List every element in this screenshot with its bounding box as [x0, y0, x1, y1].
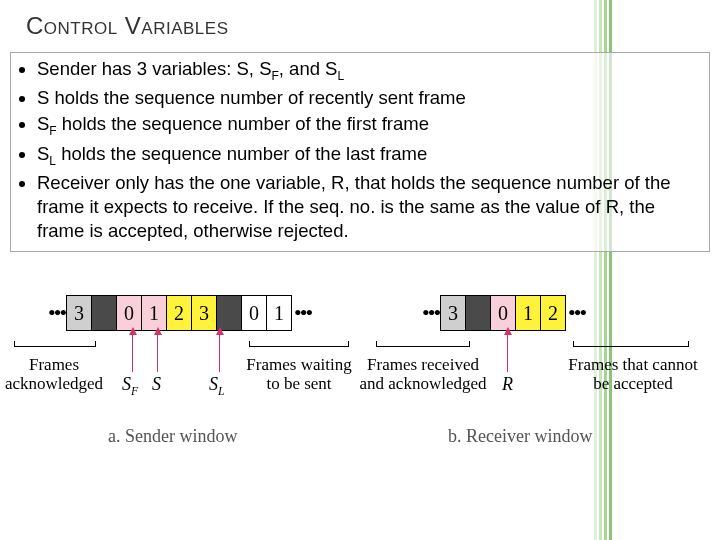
seq-cell: 0: [490, 295, 516, 331]
bracket-frames-wait: [249, 346, 349, 353]
seq-cell: 1: [266, 295, 292, 331]
label-sf: SF: [122, 374, 138, 398]
bullet-item: S holds the sequence number of recently …: [37, 86, 701, 110]
caption-sender: a. Sender window: [108, 426, 237, 447]
bracket-frames-rej: [573, 346, 689, 353]
seq-cell: 2: [540, 295, 566, 331]
seq-cell: 3: [66, 295, 92, 331]
page-title: Control Variables: [26, 12, 229, 40]
ellipsis-left: •••: [420, 300, 441, 326]
seq-cell: 2: [166, 295, 192, 331]
bullet-item: Receiver only has the one variable, R, t…: [37, 171, 701, 243]
receiver-cells: ••• 3 0 1 2 •••: [420, 294, 700, 332]
ellipsis-right: •••: [566, 300, 587, 326]
seq-cell: 0: [116, 295, 142, 331]
bullet-body: Sender has 3 variables: S, SF, and SL S …: [10, 52, 710, 252]
label-frames-rej: Frames that cannot be accepted: [554, 356, 712, 393]
seq-cell: 1: [515, 295, 541, 331]
bullet-item: SL holds the sequence number of the last…: [37, 142, 701, 169]
label-frames-ack: Frames acknowledged: [0, 356, 114, 393]
sender-window: ••• 3 0 1 2 3 0 1 ••• SF S SL: [46, 294, 356, 332]
seq-divider: [91, 295, 117, 331]
bullet-item: SF holds the sequence number of the firs…: [37, 112, 701, 139]
label-sl: SL: [209, 374, 225, 398]
seq-cell: 1: [141, 295, 167, 331]
seq-cell: 0: [241, 295, 267, 331]
label-frames-wait: Frames waiting to be sent: [232, 356, 366, 393]
slide: Control Variables Sender has 3 variables…: [0, 0, 720, 540]
seq-divider: [216, 295, 242, 331]
bullet-item: Sender has 3 variables: S, SF, and SL: [37, 57, 701, 84]
seq-cell: 3: [191, 295, 217, 331]
bracket-frames-recv: [376, 346, 470, 353]
ellipsis-left: •••: [46, 300, 67, 326]
seq-divider: [465, 295, 491, 331]
sender-cells: ••• 3 0 1 2 3 0 1 •••: [46, 294, 356, 332]
label-s: S: [152, 374, 161, 395]
ellipsis-right: •••: [292, 300, 313, 326]
seq-cell: 3: [440, 295, 466, 331]
label-frames-recv: Frames received and acknowledged: [348, 356, 498, 393]
figure-area: ••• 3 0 1 2 3 0 1 ••• SF S SL: [10, 284, 710, 514]
arrow-s: [157, 334, 158, 372]
arrow-r: [507, 334, 508, 372]
caption-receiver: b. Receiver window: [448, 426, 592, 447]
receiver-window: ••• 3 0 1 2 ••• R Frames received and ac…: [420, 294, 700, 332]
arrow-sl: [219, 334, 220, 372]
bracket-frames-ack: [14, 346, 96, 353]
bullet-list: Sender has 3 variables: S, SF, and SL S …: [19, 57, 701, 243]
arrow-sf: [132, 334, 133, 372]
label-r: R: [502, 374, 513, 395]
